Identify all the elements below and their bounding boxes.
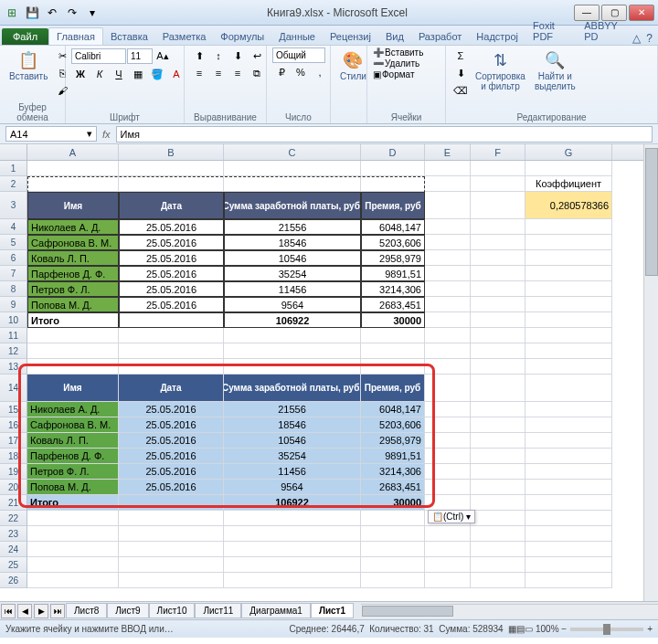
cell[interactable] <box>224 176 361 192</box>
col-header[interactable]: A <box>27 144 119 160</box>
fill-color-icon[interactable]: 🪣 <box>148 66 166 82</box>
cell[interactable] <box>425 557 471 573</box>
comma-icon[interactable]: , <box>311 64 329 80</box>
cell[interactable] <box>525 480 612 495</box>
tab-abbyy[interactable]: ABBYY PD <box>577 17 632 45</box>
cell[interactable] <box>525 328 612 343</box>
undo-icon[interactable]: ↶ <box>44 5 60 21</box>
cell[interactable] <box>525 297 612 312</box>
row-header[interactable]: 6 <box>0 250 27 266</box>
cell[interactable] <box>471 495 525 511</box>
cell[interactable] <box>425 176 471 192</box>
cell[interactable]: 9564 <box>224 480 361 495</box>
help-icon[interactable]: ? <box>646 32 653 45</box>
cell[interactable] <box>425 359 471 375</box>
cell[interactable] <box>471 312 525 328</box>
cell[interactable] <box>119 526 224 542</box>
cell[interactable] <box>119 161 224 176</box>
cell[interactable] <box>27 359 119 375</box>
cell[interactable] <box>425 480 471 495</box>
cell[interactable]: 25.05.2016 <box>119 417 224 433</box>
cell[interactable] <box>361 343 425 359</box>
cell[interactable] <box>27 526 119 542</box>
cell[interactable] <box>119 557 224 573</box>
col-header[interactable]: G <box>525 144 612 160</box>
cell[interactable]: Дата <box>119 375 224 402</box>
cell[interactable]: Парфенов Д. Ф. <box>27 266 119 281</box>
cell[interactable]: 3214,306 <box>361 464 425 480</box>
tab-home[interactable]: Главная <box>48 27 103 45</box>
border-icon[interactable]: ▦ <box>129 66 147 82</box>
sheet-tab[interactable]: Лист10 <box>149 603 196 618</box>
cell[interactable] <box>525 281 612 297</box>
zoom-in-button[interactable]: + <box>647 624 653 634</box>
cell[interactable]: 18546 <box>224 417 361 433</box>
cell[interactable] <box>525 449 612 464</box>
cell[interactable] <box>471 235 525 250</box>
cell[interactable] <box>471 250 525 266</box>
cell[interactable] <box>471 480 525 495</box>
view-break-icon[interactable]: ▭ <box>525 624 533 634</box>
cell[interactable]: Дата <box>119 192 224 219</box>
cell[interactable]: 9891,51 <box>361 449 425 464</box>
paste-button[interactable]: 📋 Вставить <box>5 48 51 83</box>
sheet-nav-prev[interactable]: ◀ <box>17 604 32 618</box>
view-layout-icon[interactable]: ▤ <box>516 624 525 634</box>
align-center-icon[interactable]: ≡ <box>209 65 228 81</box>
cell[interactable] <box>471 511 525 526</box>
cell[interactable] <box>425 328 471 343</box>
cell[interactable] <box>361 328 425 343</box>
row-header[interactable]: 3 <box>0 192 27 219</box>
formula-bar[interactable] <box>116 126 653 143</box>
font-grow-icon[interactable]: A▴ <box>154 48 172 64</box>
row-header[interactable]: 18 <box>0 449 27 464</box>
cell[interactable] <box>27 176 119 192</box>
cell[interactable] <box>525 495 612 511</box>
cell[interactable]: 5203,606 <box>361 235 425 250</box>
cell[interactable] <box>471 526 525 542</box>
row-header[interactable]: 13 <box>0 359 27 375</box>
cell[interactable] <box>224 526 361 542</box>
sheet-tab[interactable]: Лист11 <box>195 603 241 618</box>
cell[interactable]: 10546 <box>224 250 361 266</box>
cell[interactable] <box>119 343 224 359</box>
cell[interactable] <box>525 250 612 266</box>
cell[interactable] <box>525 375 612 402</box>
cell[interactable] <box>471 161 525 176</box>
cell[interactable]: 25.05.2016 <box>119 464 224 480</box>
cell[interactable] <box>27 511 119 526</box>
cell[interactable]: Коваль Л. П. <box>27 433 119 449</box>
cell[interactable]: 35254 <box>224 266 361 281</box>
cell[interactable] <box>224 557 361 573</box>
cell[interactable]: 25.05.2016 <box>119 449 224 464</box>
sheet-tab[interactable]: Диаграмма1 <box>241 603 311 618</box>
font-family-combo[interactable] <box>71 48 126 64</box>
cell[interactable]: Николаев А. Д. <box>27 219 119 235</box>
cell[interactable] <box>425 266 471 281</box>
cell[interactable]: 25.05.2016 <box>119 266 224 281</box>
cell[interactable]: Премия, руб <box>361 375 425 402</box>
cell[interactable]: Сумма заработной платы, руб. <box>224 192 361 219</box>
cell[interactable] <box>425 235 471 250</box>
cell[interactable] <box>471 359 525 375</box>
zoom-level[interactable]: 100% <box>536 624 559 634</box>
cell[interactable] <box>525 557 612 573</box>
cell[interactable]: 18546 <box>224 235 361 250</box>
row-header[interactable]: 12 <box>0 343 27 359</box>
cell[interactable]: 25.05.2016 <box>119 402 224 417</box>
sheet-tab[interactable]: Лист8 <box>66 603 107 618</box>
cell[interactable] <box>471 573 525 588</box>
align-bottom-icon[interactable]: ⬇ <box>228 48 247 64</box>
cell[interactable] <box>525 433 612 449</box>
cell[interactable] <box>425 526 471 542</box>
cell[interactable]: 11456 <box>224 281 361 297</box>
cell[interactable]: Имя <box>27 192 119 219</box>
align-top-icon[interactable]: ⬆ <box>190 48 208 64</box>
cell[interactable]: 6048,147 <box>361 219 425 235</box>
cell[interactable] <box>471 176 525 192</box>
cell[interactable]: Попова М. Д. <box>27 297 119 312</box>
cell[interactable]: 25.05.2016 <box>119 297 224 312</box>
cell[interactable] <box>27 542 119 557</box>
cell[interactable] <box>471 557 525 573</box>
delete-cells-button[interactable]: ➖Удалить <box>373 58 419 69</box>
